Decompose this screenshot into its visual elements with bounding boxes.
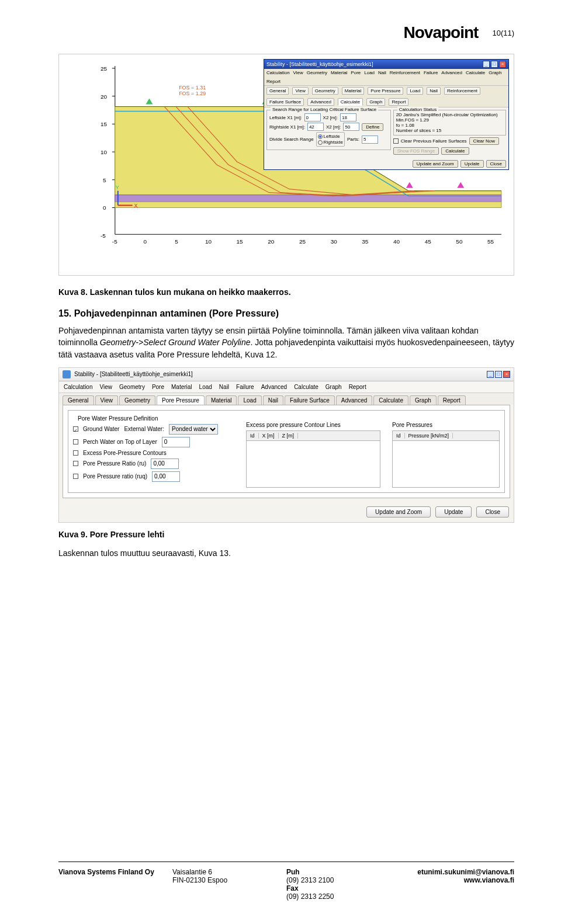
menu-item[interactable]: Report [266,79,280,84]
perch-water-checkbox[interactable] [73,439,78,444]
menu-item[interactable]: Load [364,70,375,75]
svg-text:-5: -5 [101,232,106,239]
menu-item[interactable]: Advanced [261,384,287,390]
close-icon[interactable]: × [503,371,510,378]
external-water-label: External Water: [124,426,164,432]
ground-water-checkbox[interactable] [73,426,78,432]
ratio-ru-checkbox[interactable] [73,461,78,466]
calculate-button[interactable]: Calculate [441,147,469,155]
menu-item[interactable]: Failure [236,384,254,390]
tab-report[interactable]: Report [389,98,408,106]
col-header: Pressure [kN/m2] [405,433,453,439]
update-zoom-button[interactable]: Update and Zoom [413,160,458,168]
calc-status-legend: Calculation Status [397,107,438,112]
radio-leftside-label: Leftside [324,134,340,139]
menu-item[interactable]: Calculate [294,384,318,390]
app-icon [63,370,71,378]
update-zoom-button[interactable]: Update and Zoom [366,506,431,517]
parts-input[interactable] [362,136,378,144]
tab-load[interactable]: Load [238,395,261,405]
menu-item[interactable]: Nail [219,384,229,390]
menu-item[interactable]: Report [349,384,366,390]
tab-material[interactable]: Material [206,395,237,405]
tab-advanced[interactable]: Advanced [336,395,372,405]
close-button[interactable]: Close [476,506,509,517]
menu-item[interactable]: Material [171,384,192,390]
tab-general[interactable]: General [266,87,289,95]
tab-failure-surface[interactable]: Failure Surface [285,395,335,405]
menu-item[interactable]: Graph [325,384,342,390]
tab-pore-pressure[interactable]: Pore Pressure [157,395,205,405]
menu-item[interactable]: View [293,70,303,75]
maximize-icon[interactable]: □ [491,61,498,68]
minimize-icon[interactable]: _ [483,61,490,68]
radio-rightside[interactable] [318,140,323,145]
close-button[interactable]: Close [486,160,506,168]
menu-item[interactable]: Reinforcement [390,70,420,75]
menu-item[interactable]: View [99,384,112,390]
menu-item[interactable]: Pore [351,70,361,75]
ratio-ru-label: Pore Pressure Ratio (ru) [83,460,146,467]
excess-contours-checkbox[interactable] [73,450,78,456]
tab-graph[interactable]: Graph [410,395,437,405]
tab-pore-pressure[interactable]: Pore Pressure [368,87,403,95]
menu-item[interactable]: Calculation [64,384,92,390]
tab-reinforcement[interactable]: Reinforcement [444,87,480,95]
dialog1-tabbar: General View Geometry Material Pore Pres… [264,86,508,107]
ratio-ru-input[interactable] [151,458,179,469]
menu-item[interactable]: Calculate [466,70,485,75]
contour-list-body[interactable] [246,441,380,488]
pore-water-legend: Pore Water Pressure Definition [75,415,160,422]
update-button[interactable]: Update [435,506,472,517]
define-button[interactable]: Define [362,123,383,131]
pressure-list-body[interactable] [392,441,500,488]
tab-report[interactable]: Report [438,395,466,405]
tab-advanced[interactable]: Advanced [307,98,334,106]
tab-general[interactable]: General [63,395,94,405]
tab-view[interactable]: View [95,395,119,405]
external-water-select[interactable]: Ponded water [169,424,218,435]
menu-item[interactable]: Failure [424,70,438,75]
tab-failure-surface[interactable]: Failure Surface [266,98,304,106]
menu-item[interactable]: Geometry [119,384,145,390]
tab-view[interactable]: View [292,87,308,95]
svg-text:FOS = 1.31: FOS = 1.31 [179,85,206,91]
menu-item[interactable]: Nail [378,70,386,75]
tab-geometry[interactable]: Geometry [312,87,338,95]
tab-material[interactable]: Material [342,87,364,95]
clear-previous-checkbox[interactable] [393,138,399,144]
ratio-ruq-input[interactable] [152,471,180,482]
ratio-ruq-label: Pore Pressure ratio (ruq) [83,473,147,480]
svg-text:55: 55 [487,238,494,245]
close-icon[interactable]: × [499,61,506,68]
leftside-x2-input[interactable] [340,113,356,121]
clear-now-button[interactable]: Clear Now [469,137,499,145]
rightside-x1-label: Rightside X1 [m]: [269,124,305,130]
menu-item[interactable]: Graph [489,70,501,75]
tab-nail[interactable]: Nail [427,87,441,95]
menu-item[interactable]: Load [199,384,212,390]
svg-marker-34 [457,182,464,188]
minimize-icon[interactable]: _ [487,371,494,378]
radio-leftside[interactable] [318,134,323,139]
maximize-icon[interactable]: □ [495,371,502,378]
tab-graph[interactable]: Graph [366,98,385,106]
menu-item[interactable]: Geometry [307,70,327,75]
tab-calculate[interactable]: Calculate [373,395,408,405]
ratio-ruq-checkbox[interactable] [73,474,78,479]
update-button[interactable]: Update [460,160,484,168]
rightside-x1-input[interactable] [307,123,324,131]
tab-geometry[interactable]: Geometry [119,395,155,405]
menu-item[interactable]: Material [331,70,347,75]
leftside-x1-input[interactable] [304,113,321,121]
perch-water-input[interactable] [162,437,190,447]
menu-item[interactable]: Pore [152,384,164,390]
excess-contour-lines-label: Excess pore pressure Contour Lines [246,422,380,428]
tab-calculate[interactable]: Calculate [338,98,363,106]
rightside-x2-input[interactable] [343,123,359,131]
tab-load[interactable]: Load [407,87,423,95]
menu-item[interactable]: Advanced [441,70,462,75]
menu-item[interactable]: Calculation [266,70,290,75]
show-fos-range-button[interactable]: Show FOS Range [393,147,439,155]
tab-nail[interactable]: Nail [263,395,283,405]
